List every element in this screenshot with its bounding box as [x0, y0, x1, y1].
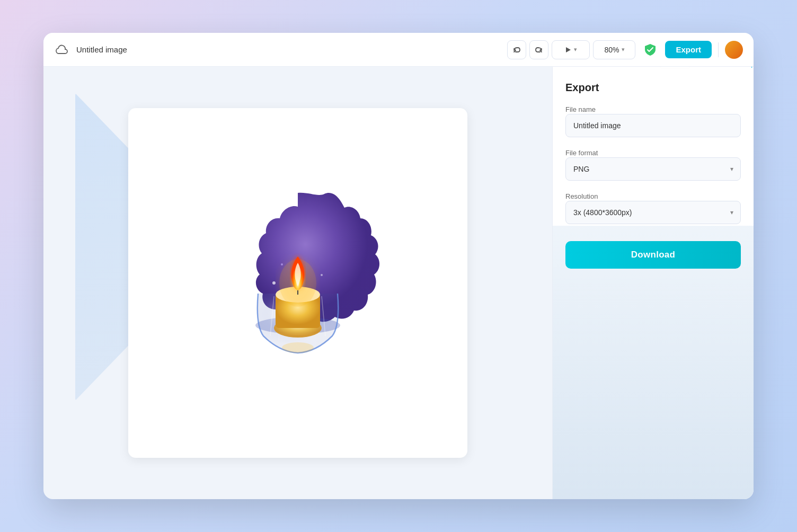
candle-image: [176, 161, 420, 405]
header-divider: [718, 42, 719, 57]
file-format-label: File format: [565, 149, 598, 157]
file-name-input[interactable]: [565, 114, 741, 137]
panel-title: Export: [565, 82, 741, 94]
header-right: Export: [642, 41, 743, 59]
document-title: Untitled image: [76, 45, 127, 54]
shield-icon[interactable]: [642, 41, 659, 58]
svg-point-13: [281, 263, 283, 265]
panel-tooltip-arrow: [660, 67, 690, 68]
resolution-select[interactable]: 1x (1600*1200px) 2x (3200*2400px) 3x (48…: [565, 201, 741, 224]
file-name-label: File name: [565, 105, 596, 113]
canvas-card: [128, 108, 467, 458]
play-button[interactable]: ▾: [552, 40, 590, 59]
svg-point-11: [272, 281, 276, 285]
user-avatar[interactable]: [725, 41, 743, 59]
app-window: Untitled image ▾: [43, 33, 754, 499]
play-dropdown-icon: ▾: [574, 46, 577, 53]
zoom-control[interactable]: 80% ▾: [593, 40, 635, 59]
file-format-select[interactable]: PNG JPG SVG PDF WebP: [565, 157, 741, 181]
canvas-area: [43, 67, 552, 499]
main-content: Export File name File format PNG JPG SVG…: [43, 67, 754, 499]
header-tools: ▾ 80% ▾: [507, 40, 635, 59]
export-button[interactable]: Export: [665, 41, 712, 58]
zoom-level: 80%: [604, 46, 619, 54]
resolution-label: Resolution: [565, 192, 598, 200]
svg-point-12: [321, 274, 323, 276]
undo-button[interactable]: [507, 40, 526, 59]
zoom-dropdown-icon: ▾: [622, 46, 625, 53]
svg-marker-0: [566, 47, 571, 52]
export-panel: Export File name File format PNG JPG SVG…: [552, 67, 754, 499]
svg-point-10: [282, 342, 314, 353]
redo-button[interactable]: [529, 40, 548, 59]
cloud-icon: [54, 41, 71, 58]
svg-marker-14: [740, 67, 754, 70]
resolution-wrapper: 1x (1600*1200px) 2x (3200*2400px) 3x (48…: [565, 201, 741, 224]
download-button[interactable]: Download: [565, 241, 741, 269]
panel-content: Export File name File format PNG JPG SVG…: [565, 82, 741, 269]
file-format-wrapper: PNG JPG SVG PDF WebP ▾: [565, 157, 741, 181]
header: Untitled image ▾: [43, 33, 754, 67]
header-left: Untitled image: [54, 41, 501, 58]
